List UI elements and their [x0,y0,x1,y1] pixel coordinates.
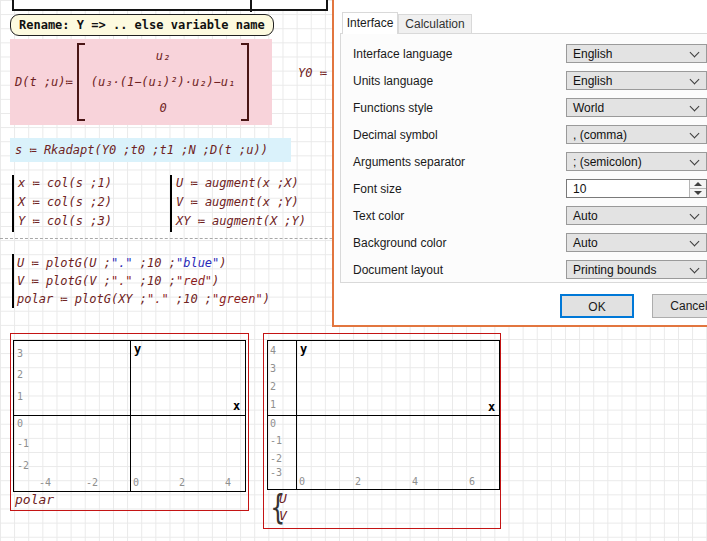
units-language-select[interactable]: English [566,71,707,90]
augment-definition[interactable]: U ≔ augment(x ;X) [176,176,299,190]
combo-value: ; (semicolon) [573,155,642,169]
settings-row: Interface language English [341,44,707,64]
augment-definition[interactable]: V ≔ augment(x ;Y) [176,195,299,209]
settings-row: Document layout Printing bounds [341,260,707,280]
d-definition-region[interactable]: D(t ;u)≔ u₂ (u₃·(1−(u₁)²)·u₂)−u₁ 0 [10,39,272,125]
col-definition[interactable]: X ≔ col(s ;2) [18,195,112,209]
x-tick: 0 [133,478,139,488]
combo-value: World [573,101,604,115]
plotg-pre: polar ≔ plotG(XY ; [17,292,147,306]
x-tick: 4 [412,477,418,487]
plotg-definition[interactable]: U ≔ plotG(U ;"." ;10 ;"blue") [17,256,227,270]
augment-definition[interactable]: XY ≔ augment(X ;Y) [176,214,306,228]
decimal-symbol-select[interactable]: , (comma) [566,125,707,144]
col-definition[interactable]: x ≔ col(s ;1) [18,176,112,190]
plotg-post: ) [219,256,226,270]
spinner-buttons[interactable] [689,180,706,197]
plotg-mid: ;10 ; [133,274,176,288]
settings-row: Functions style World [341,98,707,118]
chevron-down-icon [690,156,700,166]
chevron-down-icon [690,48,700,58]
y-tick: -3 [270,468,282,478]
plotg-mid: ;10 ; [133,256,176,270]
document-layout-label: Document layout [353,263,443,277]
combo-value: , (comma) [573,128,627,142]
polar-plot-widget[interactable]: y x 3 2 1 0 -1 -2 -4 -2 0 2 4 polar [10,333,249,511]
decimal-symbol-label: Decimal symbol [353,128,438,142]
arguments-separator-select[interactable]: ; (semicolon) [566,152,707,171]
font-size-input[interactable]: 10 [566,179,707,198]
y-tick: 0 [270,419,276,429]
y-axis-label: y [300,343,307,355]
font-size-value: 10 [573,182,586,196]
x-tick: 4 [225,478,231,488]
plotg-definition[interactable]: polar ≔ plotG(XY ;"." ;10 ;"green") [17,292,270,306]
chevron-down-icon [690,129,700,139]
text-color-label: Text color [353,209,404,223]
background-color-select[interactable]: Auto [566,233,707,252]
col-definition[interactable]: Y ≔ col(s ;3) [18,214,112,228]
plotg-color-arg: "green" [212,292,263,306]
plotg-mid: ;10 ; [169,292,212,306]
x-axis [14,415,245,416]
settings-row: Background color Auto [341,233,707,253]
plotg-style-arg: "." [111,274,133,288]
clipped-table-bottom[interactable] [12,0,328,11]
x-tick: -4 [39,478,51,488]
interface-language-label: Interface language [353,47,452,61]
spinner-up-icon[interactable] [690,180,706,189]
y-tick: 1 [270,400,276,410]
x-axis [268,415,499,416]
text-color-select[interactable]: Auto [566,206,707,225]
settings-row: Units language English [341,71,707,91]
spinner-down-icon[interactable] [690,189,706,197]
units-language-label: Units language [353,74,433,88]
combo-value: English [573,74,612,88]
d-definition-lhs: D(t ;u)≔ [15,75,73,89]
functions-style-select[interactable]: World [566,98,707,117]
settings-row: Arguments separator ; (semicolon) [341,152,707,172]
cancel-button[interactable]: Cancel [652,294,707,318]
uv-plot-caption-v: V [279,508,287,523]
tab-interface[interactable]: Interface [342,12,398,34]
plotg-definition[interactable]: V ≔ plotG(V ;"." ;10 ;"red") [17,274,219,288]
s-definition[interactable]: s ≔ Rkadapt(Y0 ;t0 ;t1 ;N ;D(t ;u)) [10,138,291,162]
combo-value: Auto [573,236,598,250]
y-tick: 0 [17,419,23,429]
uv-plot-widget[interactable]: y x 4 3 2 1 0 -1 -2 -3 0 2 4 6 { U V [263,333,501,529]
chevron-down-icon [690,210,700,220]
arguments-separator-label: Arguments separator [353,155,465,169]
plotg-post: ) [212,274,219,288]
y-tick: 2 [270,382,276,392]
options-dialog: Interface Calculation Interface language… [332,0,707,327]
settings-row: Decimal symbol , (comma) [341,125,707,145]
document-layout-select[interactable]: Printing bounds [566,260,707,279]
plotg-color-arg: "blue" [176,256,219,270]
y-tick: -1 [270,436,282,446]
d-definition-matrix: u₂ (u₃·(1−(u₁)²)·u₂)−u₁ 0 [77,43,250,121]
y-tick: -1 [17,439,29,449]
y-axis-label: y [134,343,141,355]
y0-definition-partial[interactable]: Y0 ≔ [298,66,327,80]
chevron-down-icon [690,75,700,85]
group-bar [170,175,172,232]
polar-plot-caption: polar [15,492,54,507]
rename-tooltip: Rename: Y => .. else variable name [10,14,274,36]
ok-button[interactable]: OK [560,294,634,318]
x-tick: 0 [299,477,305,487]
matrix-bracket-right-icon [241,43,249,121]
uv-plot-area[interactable]: y x 4 3 2 1 0 -1 -2 -3 0 2 4 6 [267,340,500,490]
x-tick: 6 [469,477,475,487]
chevron-down-icon [690,102,700,112]
y-axis [130,341,131,491]
polar-plot-area[interactable]: y x 3 2 1 0 -1 -2 -4 -2 0 2 4 [13,340,246,492]
tab-calculation[interactable]: Calculation [398,14,472,34]
plotg-pre: V ≔ plotG(V ; [17,274,111,288]
x-tick: 2 [179,478,185,488]
matrix-row: u₂ [156,49,170,63]
interface-tab-page: Interface language English Units languag… [340,33,707,283]
x-axis-label: x [233,400,240,412]
combo-value: Printing bounds [573,263,656,277]
functions-style-label: Functions style [353,101,433,115]
interface-language-select[interactable]: English [566,44,707,63]
